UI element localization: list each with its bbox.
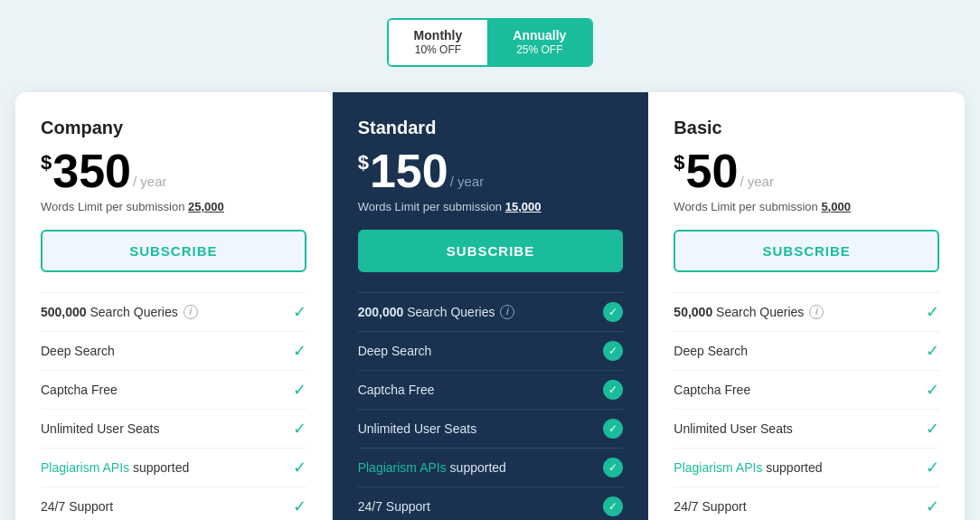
feature-text-standard-2: Captcha Free [358,383,435,397]
feature-left-basic-3: Unlimited User Seats [674,421,793,436]
price-dollar-company: $ [41,147,52,173]
check-tick-company-5: ✓ [293,496,306,516]
feature-item-standard-2: Captcha Free✓ [358,370,624,409]
check-tick-company-0: ✓ [293,302,306,322]
feature-text-basic-3: Unlimited User Seats [674,421,793,436]
feature-item-company-1: Deep Search✓ [41,331,306,370]
check-tick-company-3: ✓ [293,419,306,439]
feature-item-standard-0: 200,000 Search Queriesi✓ [358,292,624,331]
monthly-toggle[interactable]: Monthly 10% OFF [389,20,488,65]
subscribe-btn-basic[interactable]: SUBSCRIBE [674,230,939,272]
feature-left-basic-1: Deep Search [674,344,748,358]
info-icon-standard-0[interactable]: i [500,305,514,319]
feature-text-company-3: Unlimited User Seats [41,421,160,436]
feature-left-company-0: 500,000 Search Queriesi [41,305,198,319]
feature-item-standard-1: Deep Search✓ [358,331,624,370]
price-amount-company: 350 [52,147,131,194]
plan-company: Company$350/ yearWords Limit per submiss… [15,92,333,520]
subscribe-btn-standard[interactable]: SUBSCRIBE [358,230,624,272]
feature-left-standard-4: Plagiarism APIs supported [358,460,506,475]
feature-item-company-4: Plagiarism APIs supported✓ [41,448,306,487]
feature-text-basic-1: Deep Search [674,344,748,358]
feature-left-company-2: Captcha Free [41,383,118,397]
info-icon-company-0[interactable]: i [184,305,198,319]
annually-label: Annually [513,27,566,43]
price-row-basic: $50/ year [674,147,939,194]
plan-standard: Standard$150/ yearWords Limit per submis… [333,92,649,520]
feature-list-basic: 50,000 Search Queriesi✓Deep Search✓Captc… [674,292,939,520]
feature-text-company-2: Captcha Free [41,383,118,397]
check-circle-standard-5: ✓ [603,496,623,516]
check-tick-company-1: ✓ [293,341,306,361]
price-dollar-standard: $ [358,147,369,173]
feature-left-company-1: Deep Search [41,344,115,358]
feature-text-company-5: 24/7 Support [41,499,113,514]
check-circle-standard-2: ✓ [603,380,623,400]
feature-left-standard-5: 24/7 Support [358,499,430,514]
subscribe-btn-company[interactable]: SUBSCRIBE [41,230,306,272]
check-circle-standard-1: ✓ [603,341,623,361]
check-circle-standard-3: ✓ [603,419,623,439]
feature-text-standard-3: Unlimited User Seats [358,421,477,436]
feature-text-standard-4: Plagiarism APIs supported [358,460,506,475]
feature-item-basic-5: 24/7 Support✓ [674,487,939,520]
feature-left-basic-4: Plagiarism APIs supported [674,460,822,475]
feature-item-standard-5: 24/7 Support✓ [358,487,624,520]
feature-text-company-0: 500,000 Search Queries [41,305,178,319]
feature-item-basic-3: Unlimited User Seats✓ [674,409,939,448]
plan-name-company: Company [41,118,306,138]
feature-left-standard-3: Unlimited User Seats [358,421,477,436]
feature-item-company-5: 24/7 Support✓ [41,487,306,520]
check-circle-standard-4: ✓ [603,458,623,477]
check-tick-basic-2: ✓ [926,380,939,400]
feature-item-basic-2: Captcha Free✓ [674,370,939,409]
price-dollar-basic: $ [674,147,684,173]
monthly-label: Monthly [414,27,463,43]
feature-item-basic-1: Deep Search✓ [674,331,939,370]
check-tick-basic-1: ✓ [926,341,939,361]
feature-left-basic-5: 24/7 Support [674,499,746,514]
feature-left-basic-0: 50,000 Search Queriesi [674,305,824,319]
plan-name-standard: Standard [358,118,624,138]
price-amount-basic: 50 [686,147,739,194]
feature-item-company-0: 500,000 Search Queriesi✓ [41,292,306,331]
annually-discount: 25% OFF [513,43,566,58]
annually-toggle[interactable]: Annually 25% OFF [487,20,591,65]
check-tick-basic-0: ✓ [926,302,939,322]
plagiarism-link-company[interactable]: Plagiarism APIs [41,460,129,475]
check-tick-company-2: ✓ [293,380,306,400]
price-row-standard: $150/ year [358,147,624,194]
feature-item-company-3: Unlimited User Seats✓ [41,409,306,448]
feature-text-standard-0: 200,000 Search Queries [358,305,495,319]
check-tick-basic-4: ✓ [926,458,939,477]
feature-list-company: 500,000 Search Queriesi✓Deep Search✓Capt… [41,292,306,520]
monthly-discount: 10% OFF [414,43,463,58]
feature-text-company-1: Deep Search [41,344,115,358]
words-limit-standard: Words Limit per submission 15,000 [358,200,624,213]
feature-text-company-4: Plagiarism APIs supported [41,460,189,475]
feature-item-standard-4: Plagiarism APIs supported✓ [358,448,624,487]
billing-toggle[interactable]: Monthly 10% OFF Annually 25% OFF [387,18,594,67]
info-icon-basic-0[interactable]: i [809,305,824,319]
feature-left-basic-2: Captcha Free [674,383,750,397]
feature-text-standard-1: Deep Search [358,344,432,358]
feature-text-basic-5: 24/7 Support [674,499,746,514]
plagiarism-link-standard[interactable]: Plagiarism APIs [358,460,447,475]
feature-left-standard-0: 200,000 Search Queriesi [358,305,515,319]
feature-text-basic-4: Plagiarism APIs supported [674,460,822,475]
plagiarism-link-basic[interactable]: Plagiarism APIs [674,460,762,475]
feature-list-standard: 200,000 Search Queriesi✓Deep Search✓Capt… [358,292,624,520]
feature-text-standard-5: 24/7 Support [358,499,430,514]
feature-left-standard-2: Captcha Free [358,383,435,397]
words-limit-company: Words Limit per submission 25,000 [41,200,306,213]
price-amount-standard: 150 [370,147,448,194]
check-tick-basic-5: ✓ [926,496,939,516]
price-period-basic: / year [740,174,774,189]
feature-item-company-2: Captcha Free✓ [41,370,306,409]
feature-item-basic-4: Plagiarism APIs supported✓ [674,448,939,487]
words-limit-basic: Words Limit per submission 5,000 [674,200,939,213]
price-row-company: $350/ year [41,147,306,194]
check-tick-basic-3: ✓ [926,419,939,439]
feature-left-standard-1: Deep Search [358,344,432,358]
feature-item-standard-3: Unlimited User Seats✓ [358,409,624,448]
